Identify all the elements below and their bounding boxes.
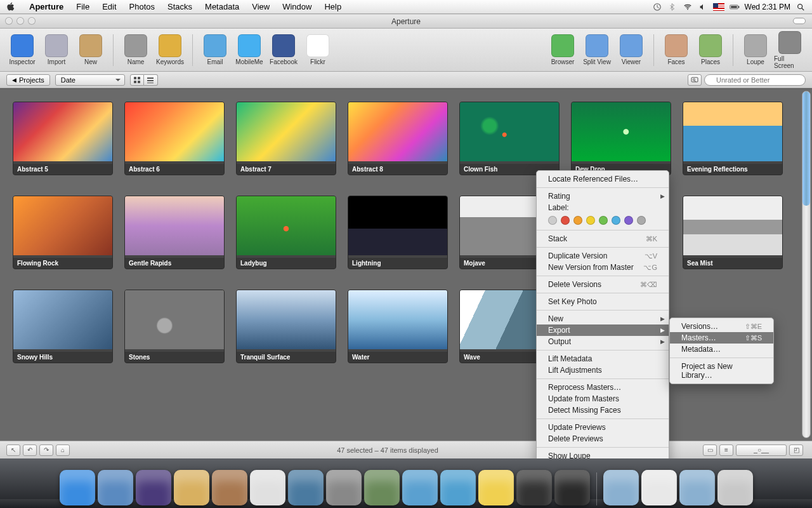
rotate-cw-button[interactable]: ↷ [39,444,53,456]
label-color[interactable] [612,216,620,225]
rotate-ccw-button[interactable]: ↶ [23,444,37,456]
menu-view[interactable]: View [246,2,276,11]
back-button[interactable]: ◀Projects [6,74,50,86]
sort-select[interactable]: Date [55,74,125,86]
dock-eclipse[interactable] [136,470,171,505]
thumbnail-size-slider[interactable]: ⎯○⎯⎯ [736,444,787,456]
toolbar-toggle-button[interactable] [793,18,806,24]
dock-finder[interactable] [60,470,95,505]
dock-xcode[interactable] [440,470,476,505]
toolbar-faces[interactable]: Faces [660,34,692,65]
ctx-label-colors[interactable] [537,213,669,227]
toolbar-inspector[interactable]: Inspector [6,34,38,65]
toolbar-name[interactable]: Name [120,34,152,65]
filter-hud-button[interactable] [688,74,702,86]
toolbar-keywords[interactable]: Keywords [154,34,186,65]
dock-terminal[interactable] [516,470,552,505]
clock[interactable]: Wed 2:31 PM [745,3,790,11]
ctx-lift-metadata[interactable]: Lift Metadata [537,353,669,364]
thumbnail[interactable]: Sea Mist [683,196,783,269]
ctx-new[interactable]: New [537,313,669,324]
dock-contacts[interactable] [212,470,247,505]
toolbar-flickr[interactable]: Flickr [302,34,334,65]
label-color[interactable] [586,216,595,225]
toolbar-new[interactable]: New [75,34,107,65]
menu-stacks[interactable]: Stacks [161,2,199,11]
dock-chrome[interactable] [478,470,514,505]
toolbar-full-screen[interactable]: Full Screen [774,31,806,69]
timemachine-icon[interactable] [652,3,662,11]
spotlight-icon[interactable] [796,3,806,11]
input-flag-icon[interactable] [713,3,724,11]
search-input[interactable] [704,74,806,86]
thumbnail[interactable]: Abstract 8 [348,102,448,175]
dock-aperture[interactable] [554,470,590,505]
dock-sysprefs[interactable] [326,470,362,505]
thumbnail[interactable]: Gentle Rapids [124,196,225,269]
dock-mail[interactable] [174,470,209,505]
menu-help[interactable]: Help [318,2,348,11]
apple-icon[interactable] [6,3,15,11]
toolbar-import[interactable]: Import [41,34,72,65]
thumbnail[interactable]: Abstract 5 [13,102,113,175]
ctx-update-masters[interactable]: Update from Masters [537,393,669,404]
zoom-button[interactable] [28,17,36,25]
thumbnail[interactable]: Clown Fish [459,102,560,175]
toolbar-email[interactable]: Email [199,34,231,65]
menu-metadata[interactable]: Metadata [199,2,246,11]
label-color[interactable] [573,216,582,225]
volume-icon[interactable] [698,3,708,11]
thumbnail[interactable]: Stones [124,290,225,363]
toolbar-split-view[interactable]: Split View [581,34,613,65]
close-button[interactable] [5,17,13,25]
wifi-icon[interactable] [683,3,693,11]
ctx-lift-adjustments[interactable]: Lift Adjustments [537,364,669,376]
thumbnail[interactable]: Abstract 6 [124,102,225,175]
thumbnail[interactable]: Tranquil Surface [236,290,336,363]
ctx-delete-previews[interactable]: Delete Previews [537,433,669,444]
dock-timemachine[interactable] [364,470,400,505]
menu-edit[interactable]: Edit [96,2,122,11]
toolbar-mobileme[interactable]: MobileMe [233,34,265,65]
pointer-tool-button[interactable]: ↖ [6,444,20,456]
dock-preview[interactable] [288,470,324,505]
ctx-reprocess[interactable]: Reprocess Masters… [537,382,669,393]
ctx-rating[interactable]: Rating [537,190,669,202]
toolbar-places[interactable]: Places [695,34,726,65]
menu-window[interactable]: Window [276,2,318,11]
viewer-mode-button[interactable]: ▭ [703,444,717,456]
menu-photos[interactable]: Photos [123,2,161,11]
thumbnail[interactable]: Evening Reflections [683,102,783,175]
thumbnail[interactable]: Abstract 7 [236,102,336,175]
toolbar-browser[interactable]: Browser [547,34,579,65]
dock-ical[interactable] [250,470,285,505]
ctx-detect-faces[interactable]: Detect Missing Faces [537,404,669,416]
export-masters[interactable]: Masters…⇧⌘S [670,332,773,344]
metadata-overlay-button[interactable]: ≡ [719,444,733,456]
bluetooth-icon[interactable] [667,3,678,11]
minimize-button[interactable] [16,17,24,25]
dock-appstore[interactable] [98,470,133,505]
list-view-button[interactable] [144,74,158,86]
scrollbar[interactable] [802,91,811,438]
dock-trash[interactable] [717,470,753,505]
menu-file[interactable]: File [70,2,96,11]
ctx-output[interactable]: Output [537,336,669,347]
tag-tool-button[interactable]: ⌂ [56,444,70,456]
grid-view-button[interactable] [130,74,144,86]
toolbar-viewer[interactable]: Viewer [615,34,647,65]
label-color[interactable] [637,216,646,225]
label-color[interactable] [561,216,570,225]
ctx-key-photo[interactable]: Set Key Photo [537,296,669,307]
label-color[interactable] [624,216,633,225]
ctx-update-previews[interactable]: Update Previews [537,422,669,433]
thumbnail[interactable]: Ladybug [236,196,336,269]
dock-safari[interactable] [402,470,438,505]
export-metadata[interactable]: Metadata… [670,344,773,355]
toolbar-loupe[interactable]: Loupe [740,34,771,65]
thumbnail[interactable]: Water [348,290,448,363]
ctx-export[interactable]: Export [537,324,669,336]
menu-app[interactable]: Aperture [23,2,70,11]
thumbnail[interactable]: Lightning [348,196,448,269]
fullscreen-button[interactable]: ◰ [789,444,803,456]
